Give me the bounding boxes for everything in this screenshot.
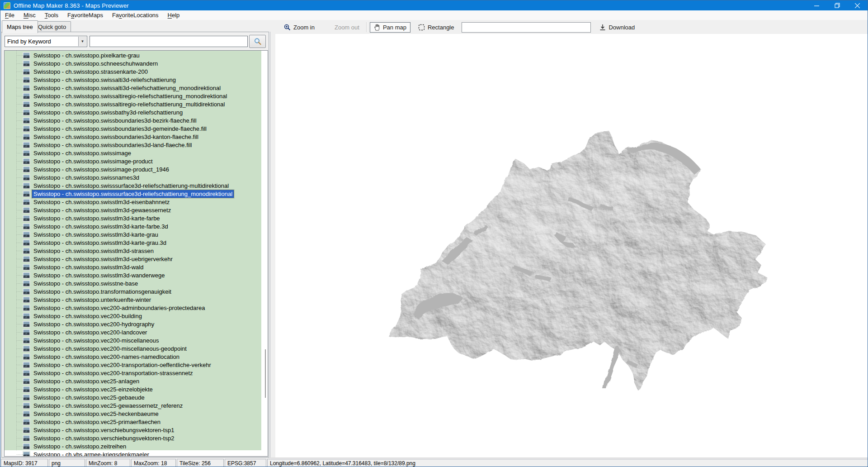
tree-item-label[interactable]: Swisstopo - ch.vbs.armee-kriegsdenkmaele… <box>32 451 151 457</box>
tree-item-label[interactable]: Swisstopo - ch.swisstopo.swisstlm3d-kart… <box>32 214 161 222</box>
tree-item[interactable]: Swisstopo - ch.swisstopo.vec200-names-na… <box>5 353 268 361</box>
menu-favoritemaps[interactable]: FavoriteMaps <box>63 11 108 19</box>
tree-item-label[interactable]: Swisstopo - ch.swisstopo.verschiebungsve… <box>32 426 175 434</box>
tree-item-label[interactable]: Swisstopo - ch.swisstopo.vec200-building <box>32 312 143 320</box>
tree-item[interactable]: Swisstopo - ch.swisstopo.swisstlm3d-kart… <box>5 238 268 247</box>
tree-item[interactable]: Swisstopo - ch.swisstopo.vec25-heckenbae… <box>5 410 268 418</box>
restore-button[interactable] <box>827 0 847 10</box>
tree-item[interactable]: Swisstopo - ch.swisstopo.swisssurface3d-… <box>5 190 268 198</box>
minimize-button[interactable] <box>807 0 827 10</box>
tab-maps-tree[interactable]: Maps tree <box>2 20 38 33</box>
tree-item-label[interactable]: Swisstopo - ch.swisstopo.schneeschuhwand… <box>32 60 159 67</box>
close-button[interactable] <box>847 0 868 10</box>
tree-item[interactable]: Swisstopo - ch.swisstopo.swissboundaries… <box>5 116 268 124</box>
tree-item-label[interactable]: Swisstopo - ch.swisstopo.swissimage-prod… <box>32 157 154 165</box>
tree-item-label[interactable]: Swisstopo - ch.swisstopo.swissboundaries… <box>32 133 200 141</box>
menu-favoritelocations[interactable]: FavoriteLocations <box>108 11 163 19</box>
tree-item[interactable]: Swisstopo - ch.swisstopo.swisstlm3d-gewa… <box>5 206 268 214</box>
tree-item[interactable]: Swisstopo - ch.swisstopo.schneeschuhwand… <box>5 59 268 67</box>
tree-item-label[interactable]: Swisstopo - ch.swisstopo.swisstlm3d-kart… <box>32 231 160 238</box>
tree-item[interactable]: Swisstopo - ch.swisstopo.strassenkarte-2… <box>5 67 268 76</box>
tree-item[interactable]: Swisstopo - ch.swisstopo.swisstlm3d-kart… <box>5 214 268 222</box>
tree-item[interactable]: Swisstopo - ch.swisstopo.vec200-landcove… <box>5 328 268 336</box>
tree-item[interactable]: Swisstopo - ch.swisstopo.swisstlm3d-stra… <box>5 247 268 255</box>
tree-item-label[interactable]: Swisstopo - ch.swisstopo.vec200-hydrogra… <box>32 320 156 328</box>
tree-item-label[interactable]: Swisstopo - ch.swisstopo.swissimage <box>32 149 132 157</box>
tree-item-label[interactable]: Swisstopo - ch.swisstopo.strassenkarte-2… <box>32 68 149 76</box>
map-canvas[interactable] <box>275 34 868 457</box>
tree-item-label[interactable]: Swisstopo - ch.swisstopo.swissalti3d-rel… <box>32 84 222 92</box>
tree-item[interactable]: Swisstopo - ch.swisstopo.vec200-transpor… <box>5 369 268 377</box>
search-input[interactable] <box>90 36 248 47</box>
tree-item-label[interactable]: Swisstopo - ch.swisstopo.verschiebungsve… <box>32 434 175 442</box>
chevron-down-icon[interactable]: ▼ <box>78 37 86 46</box>
tree-item-label[interactable]: Swisstopo - ch.swisstopo.vec200-miscella… <box>32 345 188 353</box>
tree-item-label[interactable]: Swisstopo - ch.swisstopo.swissaltiregio-… <box>32 92 228 100</box>
menu-help[interactable]: Help <box>163 11 184 19</box>
tree-item-label[interactable]: Swisstopo - ch.swisstopo.swisstlm3d-kart… <box>32 239 168 247</box>
tree-item-label[interactable]: Swisstopo - ch.swisstopo.swissnames3d <box>32 174 141 181</box>
tree-item-label[interactable]: Swisstopo - ch.swisstopo.unterkuenfte-wi… <box>32 296 152 304</box>
tree-item[interactable]: Swisstopo - ch.swisstopo.vec200-transpor… <box>5 361 268 369</box>
tree-item-label[interactable]: Swisstopo - ch.swisstopo.swissboundaries… <box>32 125 208 133</box>
download-button[interactable]: Download <box>595 22 639 33</box>
search-button[interactable] <box>249 35 266 48</box>
tree-item[interactable]: Swisstopo - ch.swisstopo.swisstlm3d-kart… <box>5 222 268 230</box>
tree-item[interactable]: Swisstopo - ch.swisstopo.pixelkarte-grau <box>5 51 268 59</box>
tree-item[interactable]: Swisstopo - ch.swisstopo.verschiebungsve… <box>5 426 268 434</box>
tree-item[interactable]: Swisstopo - ch.swisstopo.swisstlm3d-eise… <box>5 198 268 206</box>
tree-item-label[interactable]: Swisstopo - ch.swisstopo.swisstlm3d-kart… <box>32 223 170 230</box>
tree-item[interactable]: Swisstopo - ch.swisstopo.swisstlm3d-uebr… <box>5 255 268 263</box>
tree-item-label[interactable]: Swisstopo - ch.swisstopo.swisstlm3d-wand… <box>32 272 166 279</box>
tree-item-label[interactable]: Swisstopo - ch.swisstopo.vec25-primaerfl… <box>32 418 162 426</box>
tree-item-label[interactable]: Swisstopo - ch.swisstopo.swissbathy3d-re… <box>32 109 184 116</box>
menu-misc[interactable]: Misc <box>19 11 40 19</box>
tree-item-label[interactable]: Swisstopo - ch.swisstopo.vec200-transpor… <box>32 369 194 377</box>
tree-item[interactable]: Swisstopo - ch.swisstopo.swissboundaries… <box>5 141 268 149</box>
menu-file[interactable]: File <box>0 11 19 19</box>
tree-item[interactable]: Swisstopo - ch.swisstopo.swissnames3d <box>5 173 268 181</box>
tree-item[interactable]: Swisstopo - ch.swisstopo.vec200-miscella… <box>5 336 268 344</box>
tree-item[interactable]: Swisstopo - ch.vbs.armee-kriegsdenkmaele… <box>5 450 268 457</box>
tree-item[interactable]: Swisstopo - ch.swisstopo.vec25-einzelobj… <box>5 385 268 393</box>
tree-item[interactable]: Swisstopo - ch.swisstopo.verschiebungsve… <box>5 434 268 442</box>
menu-tools[interactable]: Tools <box>40 11 63 19</box>
rectangle-button[interactable]: Rectangle <box>414 22 458 33</box>
tree-item-label[interactable]: Swisstopo - ch.swisstopo.swisssurface3d-… <box>32 182 230 190</box>
tree-item[interactable]: Swisstopo - ch.swisstopo.vec200-miscella… <box>5 344 268 353</box>
tree-item[interactable]: Swisstopo - ch.swisstopo.swisstlm3d-wand… <box>5 271 268 279</box>
tree-item-label[interactable]: Swisstopo - ch.swisstopo.vec25-heckenbae… <box>32 410 160 418</box>
tree-item-label[interactable]: Swisstopo - ch.swisstopo.swisstlm3d-stra… <box>32 247 155 255</box>
tree-item[interactable]: Swisstopo - ch.swisstopo.swissaltiregio-… <box>5 92 268 100</box>
pan-map-button[interactable]: Pan map <box>370 22 410 33</box>
tree-item-label[interactable]: Swisstopo - ch.swisstopo.vec200-names-na… <box>32 353 181 361</box>
tree-item[interactable]: Swisstopo - ch.swisstopo.unterkuenfte-wi… <box>5 295 268 304</box>
tree-item-label[interactable]: Swisstopo - ch.swisstopo.swisstlm3d-wald <box>32 263 145 271</box>
tree-item-label[interactable]: Swisstopo - ch.swisstopo.swissalti3d-rel… <box>32 76 177 84</box>
zoom-in-button[interactable]: Zoom in <box>280 22 319 33</box>
tree-item[interactable]: Swisstopo - ch.swisstopo.vec25-primaerfl… <box>5 418 268 426</box>
tree-item[interactable]: Swisstopo - ch.swisstopo.swissimage-prod… <box>5 165 268 173</box>
tree-item[interactable]: Swisstopo - ch.swisstopo.swisssurface3d-… <box>5 181 268 190</box>
tree-item[interactable]: Swisstopo - ch.swisstopo.swissimage <box>5 149 268 157</box>
tree-item[interactable]: Swisstopo - ch.swisstopo.vec25-gewaesser… <box>5 401 268 410</box>
tree-item-label[interactable]: Swisstopo - ch.swisstopo.swissaltiregio-… <box>32 100 226 108</box>
tree-item[interactable]: Swisstopo - ch.swisstopo.vec25-anlagen <box>5 377 268 385</box>
find-mode-combobox[interactable]: Find by Keyword ▼ <box>5 36 87 47</box>
tree-item-label[interactable]: Swisstopo - ch.swisstopo.swissboundaries… <box>32 141 193 149</box>
tree-item[interactable]: Swisstopo - ch.swisstopo.swissbathy3d-re… <box>5 108 268 116</box>
tree-item-label[interactable]: Swisstopo - ch.swisstopo.swisssurface3d-… <box>32 190 234 198</box>
tree-item-label[interactable]: Swisstopo - ch.swisstopo.vec200-transpor… <box>32 361 212 369</box>
tree-item[interactable]: Swisstopo - ch.swisstopo.transformations… <box>5 287 268 295</box>
tree-item-label[interactable]: Swisstopo - ch.swisstopo.pixelkarte-grau <box>32 52 141 59</box>
tree-item[interactable]: Swisstopo - ch.swisstopo.swisstlm3d-wald <box>5 263 268 271</box>
zoom-out-button[interactable]: Zoom out <box>330 22 363 33</box>
tree-item-label[interactable]: Swisstopo - ch.swisstopo.vec25-gebaeude <box>32 394 146 401</box>
tree-item-label[interactable]: Swisstopo - ch.swisstopo.swisstne-base <box>32 280 139 287</box>
tree-item-label[interactable]: Swisstopo - ch.swisstopo.swisstlm3d-gewa… <box>32 206 172 214</box>
tree-item-label[interactable]: Swisstopo - ch.swisstopo.swissboundaries… <box>32 117 198 124</box>
tree-item-label[interactable]: Swisstopo - ch.swisstopo.vec200-miscella… <box>32 337 160 344</box>
tree-item[interactable]: Swisstopo - ch.swisstopo.swisstne-base <box>5 279 268 287</box>
tree-item[interactable]: Swisstopo - ch.swisstopo.swissalti3d-rel… <box>5 84 268 92</box>
tree-item[interactable]: Swisstopo - ch.swisstopo.vec200-building <box>5 312 268 320</box>
